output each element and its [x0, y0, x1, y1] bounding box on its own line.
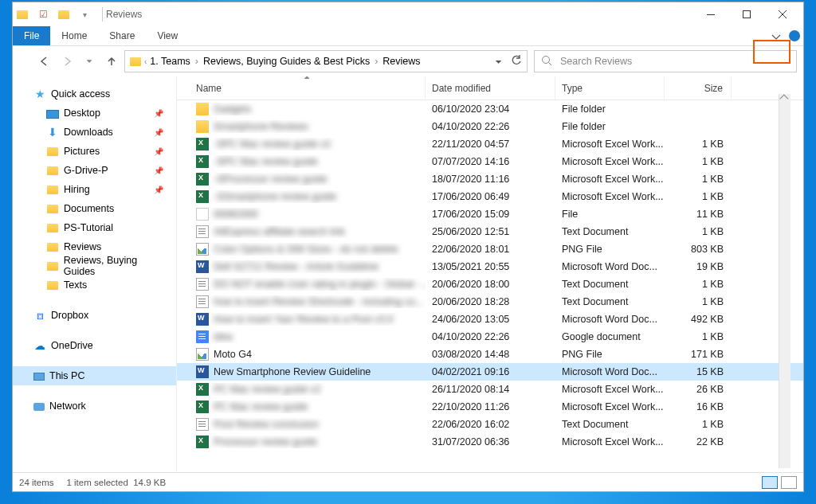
- breadcrumb-item[interactable]: 1. Teams: [150, 56, 190, 67]
- column-size[interactable]: Size: [665, 76, 732, 100]
- address-bar[interactable]: ‹ 1. Teams › Reviews, Buying Guides & Be…: [124, 50, 528, 72]
- svg-point-2: [543, 56, 550, 63]
- file-row[interactable]: Processor review guide31/07/2020 06:36Mi…: [177, 433, 803, 451]
- sidebar-item[interactable]: Pictures📌: [13, 142, 176, 161]
- details-view-button[interactable]: [762, 476, 778, 489]
- sidebar-item[interactable]: Reviews: [13, 237, 176, 256]
- file-row[interactable]: Smartphone Reviews04/10/2020 22:26File f…: [177, 118, 803, 135]
- file-size: 1 KB: [665, 174, 732, 185]
- file-row[interactable]: AliExpress affiliate search link25/06/20…: [177, 223, 803, 240]
- sidebar-item[interactable]: Hiring📌: [13, 180, 176, 199]
- column-date[interactable]: Date modified: [426, 76, 555, 100]
- file-row[interactable]: DO NOT enable User rating in plugin - Gl…: [177, 275, 803, 293]
- window-title: Reviews: [106, 9, 142, 20]
- recent-dropdown[interactable]: ⏷: [83, 55, 96, 68]
- refresh-button[interactable]: [511, 55, 522, 68]
- file-row[interactable]: -SPC Mac review guide07/07/2020 14:16Mic…: [177, 153, 803, 170]
- up-button[interactable]: [105, 55, 118, 68]
- sidebar-item[interactable]: Texts: [13, 275, 176, 295]
- file-row[interactable]: PC Mac review guide22/10/2020 11:26Micro…: [177, 398, 803, 416]
- close-button[interactable]: [764, 3, 800, 25]
- tab-share[interactable]: Share: [98, 26, 146, 45]
- breadcrumb-item[interactable]: Reviews: [382, 56, 420, 67]
- sidebar-dropbox[interactable]: ⧈Dropbox: [13, 306, 176, 325]
- file-list[interactable]: Gadgets06/10/2020 23:04File folderSmartp…: [177, 100, 803, 472]
- sidebar-item[interactable]: Desktop📌: [13, 104, 176, 123]
- file-row[interactable]: New Smartphone Review Guideline04/02/202…: [177, 363, 803, 381]
- file-row[interactable]: -SPC Mac review guide v222/11/2020 04:57…: [177, 135, 803, 153]
- file-row[interactable]: -SSmartphone review guide17/06/2020 06:4…: [177, 188, 803, 205]
- sidebar-item[interactable]: G-Drive-P📌: [13, 161, 176, 180]
- dropbox-icon: ⧈: [33, 309, 46, 322]
- file-row[interactable]: Post Review conclusion22/06/2020 16:02Te…: [177, 416, 803, 433]
- forward-button[interactable]: [61, 55, 73, 68]
- sidebar-quick-access[interactable]: ★Quick access: [13, 84, 176, 104]
- file-type: File: [555, 209, 665, 220]
- file-name: PC Mac review guide: [214, 401, 308, 412]
- address-dropdown[interactable]: ⏷: [495, 57, 503, 66]
- minimize-button[interactable]: [692, 3, 728, 25]
- sidebar-item[interactable]: PS-Tutorial: [13, 218, 176, 237]
- file-row[interactable]: Moto G403/08/2020 14:48PNG File171 KB: [177, 346, 803, 363]
- file-row[interactable]: Gadgets06/10/2020 23:04File folder: [177, 100, 803, 118]
- sidebar-item-label: Downloads: [64, 127, 113, 138]
- breadcrumb-item[interactable]: Reviews, Buying Guides & Best Picks: [203, 56, 370, 67]
- search-box[interactable]: Search Reviews: [534, 50, 797, 72]
- column-type[interactable]: Type: [555, 76, 665, 100]
- help-icon[interactable]: [789, 30, 800, 41]
- icons-view-button[interactable]: [781, 476, 797, 489]
- tab-home[interactable]: Home: [50, 26, 98, 45]
- file-name: -SPC Mac review guide v2: [214, 139, 331, 150]
- file-row[interactable]: idea04/10/2020 22:26Google document1 KB: [177, 328, 803, 346]
- explorer-window: ☑ ▾ Reviews File Home Share View ⏷: [12, 2, 804, 492]
- file-date: 06/10/2020 23:04: [426, 104, 555, 115]
- file-date: 17/06/2020 15:09: [426, 209, 555, 220]
- file-name: Color Options & SIM Sizes - do not delet…: [214, 244, 398, 255]
- file-row[interactable]: Color Options & SIM Sizes - do not delet…: [177, 240, 803, 258]
- file-date: 26/11/2020 08:14: [426, 384, 555, 395]
- sort-indicator-icon: ⏶: [304, 76, 311, 81]
- sidebar-item[interactable]: Documents: [13, 199, 176, 218]
- sidebar-item-label: Reviews: [64, 241, 101, 252]
- maximize-button[interactable]: [728, 3, 764, 25]
- file-name: 00082000: [214, 209, 258, 220]
- status-bar: 24 items 1 item selected 14.9 KB: [13, 472, 803, 491]
- sidebar-onedrive[interactable]: ☁OneDrive: [13, 336, 176, 355]
- scrollbar[interactable]: [779, 94, 790, 468]
- file-type-icon: [196, 436, 209, 448]
- file-type: Microsoft Excel Work...: [555, 401, 665, 412]
- search-placeholder: Search Reviews: [560, 56, 632, 67]
- file-date: 04/10/2020 22:26: [426, 121, 555, 132]
- tab-view[interactable]: View: [146, 26, 189, 45]
- file-row[interactable]: how to insert Review Shortcode - includi…: [177, 293, 803, 311]
- file-row[interactable]: Dell S2721 Review - Article Guideline13/…: [177, 258, 803, 275]
- file-type-icon: [196, 278, 209, 291]
- file-type: PNG File: [555, 244, 665, 255]
- file-size: 1 KB: [665, 226, 732, 237]
- sidebar-item[interactable]: Reviews, Buying Guides: [13, 256, 176, 275]
- file-type: Text Document: [555, 279, 665, 290]
- file-row[interactable]: -SProcessor review guide18/07/2020 11:16…: [177, 170, 803, 188]
- chevron-right-icon[interactable]: ›: [370, 56, 382, 67]
- explorer-app-icon: [16, 8, 29, 21]
- chevron-right-icon[interactable]: ›: [190, 56, 203, 67]
- back-button[interactable]: [38, 55, 51, 68]
- tab-file[interactable]: File: [13, 26, 50, 45]
- sidebar-network[interactable]: Network: [13, 397, 176, 416]
- file-size: 1 KB: [665, 156, 732, 167]
- file-row[interactable]: 0008200017/06/2020 15:09File11 KB: [177, 205, 803, 223]
- sidebar-item-label: Desktop: [64, 107, 100, 119]
- qat-customize-icon[interactable]: ▾: [78, 8, 91, 21]
- file-name: Moto G4: [214, 349, 252, 360]
- qat-properties-icon[interactable]: ☑: [37, 8, 49, 21]
- column-name[interactable]: Name⏶: [190, 76, 426, 100]
- file-row[interactable]: PC Mac review guide v226/11/2020 08:14Mi…: [177, 381, 803, 398]
- expand-ribbon-button[interactable]: [765, 25, 787, 46]
- separator: [102, 7, 103, 21]
- folder-icon: [46, 145, 59, 158]
- file-type-icon: [196, 418, 209, 431]
- file-row[interactable]: How to insert Yasr Review to a Post v3.0…: [177, 311, 803, 328]
- sidebar-item[interactable]: ⬇Downloads📌: [13, 123, 176, 142]
- qat-folder-icon[interactable]: [57, 8, 70, 21]
- sidebar-this-pc[interactable]: This PC: [13, 366, 176, 385]
